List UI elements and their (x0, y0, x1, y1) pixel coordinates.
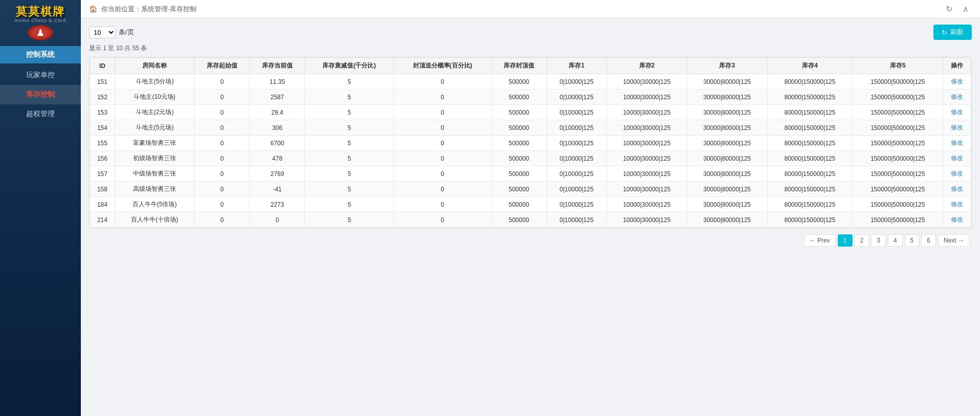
collapse-button[interactable]: ∧ (960, 3, 972, 15)
page-6-button[interactable]: 6 (921, 234, 936, 247)
cell-s3: 30000|80000|125 (687, 151, 767, 166)
refresh-label: 刷新 (950, 28, 964, 37)
topbar-actions: ↻ ∧ (943, 3, 972, 15)
col-s4: 库存4 (767, 58, 853, 74)
sidebar: 莫莫棋牌 momo Chess & Card ♟ 控制系统 玩家单控 库存控制 … (0, 0, 81, 416)
cell-cap: 500000 (491, 212, 547, 228)
page-4-button[interactable]: 4 (888, 234, 903, 247)
table-wrap: ID 房间名称 库存起始值 库存当前值 库存衰减值(千分比) 封顶送分概率(百分… (89, 57, 972, 228)
cell-decay: 5 (305, 90, 394, 105)
table-row: 157 中级场智勇三张 0 2769 5 0 500000 0|10000|12… (90, 166, 971, 182)
cell-s2: 10000|30000|125 (606, 182, 687, 197)
per-page-select[interactable]: 10 20 50 100 (89, 27, 116, 38)
cell-s1: 0|10000|125 (547, 166, 606, 182)
col-current: 库存当前值 (250, 58, 305, 74)
cell-s4: 80000|150000|125 (767, 151, 853, 166)
cell-cap-prob: 0 (394, 90, 491, 105)
topbar: 🏠 你当前位置：系统管理-库存控制 ↻ ∧ (81, 0, 980, 18)
edit-button[interactable]: 修改 (943, 120, 971, 136)
cell-start: 0 (194, 90, 250, 105)
cell-s4: 80000|150000|125 (767, 74, 853, 90)
edit-button[interactable]: 修改 (943, 212, 971, 228)
cell-decay: 5 (305, 166, 394, 182)
cell-s3: 30000|80000|125 (687, 136, 767, 151)
col-s5: 库存5 (853, 58, 943, 74)
edit-button[interactable]: 修改 (943, 182, 971, 197)
cell-room: 富豪场智勇三张 (115, 136, 194, 151)
edit-button[interactable]: 修改 (943, 74, 971, 90)
edit-button[interactable]: 修改 (943, 166, 971, 182)
cell-s5: 150000|500000|125 (853, 182, 943, 197)
data-table: ID 房间名称 库存起始值 库存当前值 库存衰减值(千分比) 封顶送分概率(百分… (90, 57, 971, 228)
cell-decay: 5 (305, 136, 394, 151)
edit-button[interactable]: 修改 (943, 151, 971, 166)
cell-current: 478 (250, 151, 305, 166)
table-row: 151 斗地主(5分场) 0 11.35 5 0 500000 0|10000|… (90, 74, 971, 90)
per-page-label: 条/页 (119, 28, 134, 37)
cell-current: 2273 (250, 197, 305, 212)
cell-room: 百人牛牛(5倍场) (115, 197, 194, 212)
edit-button[interactable]: 修改 (943, 90, 971, 105)
cell-current: -41 (250, 182, 305, 197)
next-page-button[interactable]: Next → (938, 234, 970, 247)
cell-s5: 150000|500000|125 (853, 197, 943, 212)
cell-s5: 150000|500000|125 (853, 120, 943, 136)
edit-button[interactable]: 修改 (943, 105, 971, 120)
cell-cap-prob: 0 (394, 136, 491, 151)
sidebar-item-inventory-control[interactable]: 库存控制 (0, 85, 81, 104)
refresh-icon: ↻ (942, 29, 947, 36)
cell-s1: 0|10000|125 (547, 197, 606, 212)
cell-s2: 10000|30000|125 (606, 212, 687, 228)
cell-decay: 5 (305, 182, 394, 197)
prev-page-button[interactable]: ← Prev (804, 234, 836, 247)
cell-id: 156 (90, 151, 115, 166)
cell-cap: 500000 (491, 182, 547, 197)
page-2-button[interactable]: 2 (855, 234, 869, 247)
cell-s2: 10000|30000|125 (606, 74, 687, 90)
cell-current: 2769 (250, 166, 305, 182)
cell-id: 214 (90, 212, 115, 228)
cell-cap: 500000 (491, 90, 547, 105)
page-5-button[interactable]: 5 (905, 234, 920, 247)
cell-cap-prob: 0 (394, 166, 491, 182)
refresh-button[interactable]: ↻ 刷新 (933, 25, 972, 40)
page-3-button[interactable]: 3 (871, 234, 886, 247)
cell-cap-prob: 0 (394, 74, 491, 90)
sidebar-item-player-control[interactable]: 玩家单控 (0, 65, 81, 85)
cell-current: 0 (250, 212, 305, 228)
cell-current: 2587 (250, 90, 305, 105)
refresh-topbar-button[interactable]: ↻ (943, 3, 955, 15)
edit-button[interactable]: 修改 (943, 197, 971, 212)
cell-s2: 10000|30000|125 (606, 120, 687, 136)
main-content: 🏠 你当前位置：系统管理-库存控制 ↻ ∧ 10 20 50 100 条/页 ↻… (81, 0, 980, 416)
cell-id: 153 (90, 105, 115, 120)
logo: 莫莫棋牌 momo Chess & Card ♟ (5, 0, 76, 46)
page-1-button[interactable]: 1 (838, 234, 853, 247)
cell-room: 百人牛牛(十倍场) (115, 212, 194, 228)
edit-button[interactable]: 修改 (943, 136, 971, 151)
cell-s3: 30000|80000|125 (687, 74, 767, 90)
cell-s5: 150000|500000|125 (853, 105, 943, 120)
table-row: 184 百人牛牛(5倍场) 0 2273 5 0 500000 0|10000|… (90, 197, 971, 212)
sidebar-item-super-admin[interactable]: 超权管理 (0, 104, 81, 124)
cell-current: 6700 (250, 136, 305, 151)
cell-s4: 80000|150000|125 (767, 90, 853, 105)
cell-start: 0 (194, 212, 250, 228)
col-action: 操作 (943, 58, 971, 74)
col-id: ID (90, 58, 115, 74)
table-row: 154 斗地主(5元场) 0 306 5 0 500000 0|10000|12… (90, 120, 971, 136)
cell-s2: 10000|30000|125 (606, 105, 687, 120)
table-body: 151 斗地主(5分场) 0 11.35 5 0 500000 0|10000|… (90, 74, 971, 228)
cell-cap: 500000 (491, 105, 547, 120)
cell-s4: 80000|150000|125 (767, 212, 853, 228)
cell-cap-prob: 0 (394, 197, 491, 212)
home-icon: 🏠 (89, 5, 97, 13)
col-s1: 库存1 (547, 58, 606, 74)
sidebar-menu: 玩家单控 库存控制 超权管理 (0, 65, 81, 124)
cell-s4: 80000|150000|125 (767, 136, 853, 151)
cell-s2: 10000|30000|125 (606, 197, 687, 212)
cell-s1: 0|10000|125 (547, 136, 606, 151)
cell-start: 0 (194, 151, 250, 166)
cell-s1: 0|10000|125 (547, 105, 606, 120)
cell-id: 151 (90, 74, 115, 90)
